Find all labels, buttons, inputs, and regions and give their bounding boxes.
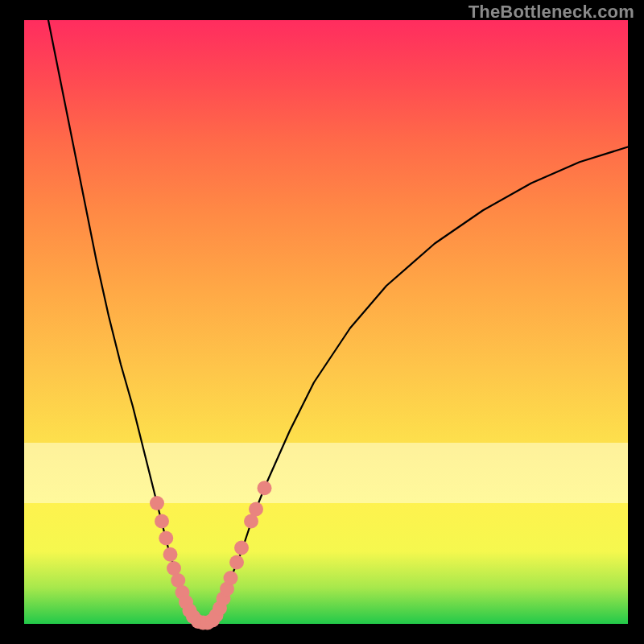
data-dot <box>258 481 272 495</box>
data-dot <box>234 541 249 555</box>
curve-group <box>48 20 628 624</box>
data-dot <box>150 496 164 510</box>
data-dot <box>249 502 263 517</box>
data-dot <box>224 571 238 585</box>
data-dot <box>159 531 173 546</box>
chart-svg <box>24 20 628 624</box>
dots-group <box>150 481 272 630</box>
data-dot <box>155 514 169 529</box>
data-dot <box>229 555 244 570</box>
data-dot <box>163 547 178 562</box>
bottleneck-curve <box>48 20 628 624</box>
